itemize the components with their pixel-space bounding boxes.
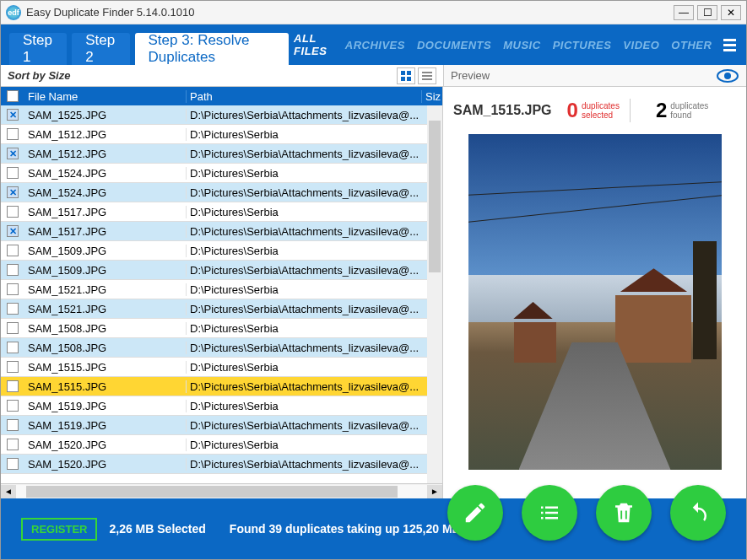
table-row[interactable]: ✕SAM_1524.JPGD:\Pictures\Serbia\Attachme… <box>1 183 442 202</box>
top-navigation: Step 1 Step 2 Step 3: Resolve Duplicates… <box>1 24 746 65</box>
select-all-checkbox[interactable] <box>7 90 19 102</box>
preview-filename: SAM_1515.JPG <box>453 103 552 118</box>
row-checkbox[interactable] <box>7 419 19 431</box>
row-checkbox[interactable] <box>7 245 19 256</box>
filter-archives[interactable]: ARCHIVES <box>345 39 405 51</box>
filter-video[interactable]: VIDEO <box>623 39 659 51</box>
path-cell: D:\Pictures\Serbia <box>187 322 442 335</box>
file-name-cell: SAM_1520.JPG <box>24 439 187 451</box>
tab-step1[interactable]: Step 1 <box>9 33 67 65</box>
table-row[interactable]: ✕SAM_1517.JPGD:\Pictures\Serbia\Attachme… <box>1 222 442 241</box>
path-cell: D:\Pictures\Serbia\Attachments_lizvasile… <box>187 458 442 471</box>
preview-toggle-icon[interactable] <box>716 69 739 83</box>
file-name-cell: SAM_1508.JPG <box>24 322 187 335</box>
filter-all-files[interactable]: ALL FILES <box>294 32 333 57</box>
table-row[interactable]: SAM_1508.JPGD:\Pictures\Serbia\Attachmen… <box>1 338 442 358</box>
table-row[interactable]: SAM_1509.JPGD:\Pictures\Serbia\Attachmen… <box>1 261 442 280</box>
row-checkbox[interactable] <box>7 380 19 392</box>
row-checkbox[interactable] <box>7 128 19 140</box>
path-cell: D:\Pictures\Serbia <box>187 128 442 141</box>
svg-point-8 <box>724 73 731 79</box>
table-row[interactable]: SAM_1520.JPGD:\Pictures\Serbia <box>1 435 442 455</box>
table-row[interactable]: SAM_1517.JPGD:\Pictures\Serbia <box>1 202 442 222</box>
row-checkbox[interactable] <box>7 167 19 179</box>
table-row[interactable]: SAM_1520.JPGD:\Pictures\Serbia\Attachmen… <box>1 455 442 474</box>
vertical-scrollbar[interactable] <box>427 105 442 483</box>
file-name-cell: SAM_1521.JPG <box>24 303 187 315</box>
view-grid-icon[interactable] <box>397 67 415 84</box>
menu-icon[interactable] <box>723 36 736 54</box>
tab-step2[interactable]: Step 2 <box>72 33 129 65</box>
table-row[interactable]: ✕SAM_1512.JPGD:\Pictures\Serbia\Attachme… <box>1 144 442 164</box>
table-row[interactable]: SAM_1521.JPGD:\Pictures\Serbia <box>1 280 442 299</box>
row-checkbox[interactable]: ✕ <box>7 148 19 159</box>
row-checkbox[interactable] <box>7 283 19 295</box>
view-list-icon[interactable] <box>418 67 436 84</box>
row-checkbox[interactable] <box>7 342 19 353</box>
row-checkbox[interactable] <box>7 439 19 450</box>
file-name-cell: SAM_1524.JPG <box>24 167 187 180</box>
path-cell: D:\Pictures\Serbia <box>187 167 442 180</box>
row-checkbox[interactable] <box>7 361 19 373</box>
window-title: Easy Duplicate Finder 5.14.0.1010 <box>26 6 674 19</box>
tab-step3[interactable]: Step 3: Resolve Duplicates <box>135 33 290 65</box>
svg-rect-2 <box>401 77 405 81</box>
table-row[interactable]: SAM_1519.JPGD:\Pictures\Serbia <box>1 396 442 416</box>
close-button[interactable]: ✕ <box>721 5 741 20</box>
row-checkbox[interactable] <box>7 322 19 334</box>
row-checkbox[interactable]: ✕ <box>7 186 19 198</box>
filter-documents[interactable]: DOCUMENTS <box>417 39 491 51</box>
file-name-cell: SAM_1512.JPG <box>24 148 187 160</box>
path-cell: D:\Pictures\Serbia <box>187 206 442 218</box>
table-row[interactable]: SAM_1515.JPGD:\Pictures\Serbia <box>1 358 442 377</box>
file-name-cell: SAM_1517.JPG <box>24 206 187 218</box>
filter-pictures[interactable]: PICTURES <box>553 39 612 51</box>
row-checkbox[interactable] <box>7 264 19 276</box>
row-checkbox[interactable] <box>7 206 19 218</box>
file-name-cell: SAM_1525.JPG <box>24 109 187 121</box>
filter-music[interactable]: MUSIC <box>503 39 540 51</box>
table-row[interactable]: SAM_1519.JPGD:\Pictures\Serbia\Attachmen… <box>1 416 442 435</box>
edit-button[interactable] <box>447 485 503 541</box>
file-name-cell: SAM_1515.JPG <box>24 361 187 374</box>
maximize-button[interactable]: ☐ <box>697 5 717 20</box>
path-cell: D:\Pictures\Serbia <box>187 400 442 412</box>
row-checkbox[interactable] <box>7 303 19 315</box>
minimize-button[interactable]: — <box>674 5 694 20</box>
svg-rect-1 <box>407 71 411 75</box>
scroll-left-icon[interactable]: ◄ <box>1 485 16 498</box>
svg-rect-3 <box>407 77 411 81</box>
column-path[interactable]: Path <box>187 90 422 103</box>
table-row[interactable]: SAM_1512.JPGD:\Pictures\Serbia <box>1 125 442 144</box>
register-button[interactable]: REGISTER <box>21 518 97 541</box>
path-cell: D:\Pictures\Serbia\Attachments_lizvasile… <box>187 148 442 160</box>
filter-other[interactable]: OTHER <box>671 39 712 51</box>
file-name-cell: SAM_1512.JPG <box>24 128 187 141</box>
selected-size-text: 2,26 MB Selected <box>109 522 205 536</box>
path-cell: D:\Pictures\Serbia <box>187 245 442 257</box>
delete-button[interactable] <box>596 485 652 541</box>
undo-button[interactable] <box>670 485 726 541</box>
preview-image <box>468 134 722 470</box>
column-file-name[interactable]: File Name <box>24 90 187 103</box>
scroll-right-icon[interactable]: ► <box>427 485 442 498</box>
footer: REGISTER 2,26 MB Selected Found 39 dupli… <box>1 498 746 559</box>
column-size[interactable]: Siz <box>422 90 442 103</box>
table-row[interactable]: SAM_1508.JPGD:\Pictures\Serbia <box>1 319 442 338</box>
horizontal-scrollbar[interactable]: ◄ ► <box>1 483 442 498</box>
path-cell: D:\Pictures\Serbia <box>187 283 442 296</box>
file-name-cell: SAM_1520.JPG <box>24 458 187 471</box>
path-cell: D:\Pictures\Serbia\Attachments_lizvasile… <box>187 303 442 315</box>
row-checkbox[interactable] <box>7 400 19 412</box>
table-row[interactable]: SAM_1521.JPGD:\Pictures\Serbia\Attachmen… <box>1 299 442 319</box>
row-checkbox[interactable]: ✕ <box>7 225 19 237</box>
list-button[interactable] <box>522 485 577 541</box>
table-row[interactable]: SAM_1524.JPGD:\Pictures\Serbia <box>1 164 442 183</box>
sort-label[interactable]: Sort by Size <box>8 69 70 82</box>
titlebar: edf Easy Duplicate Finder 5.14.0.1010 — … <box>1 1 746 24</box>
table-row[interactable]: SAM_1509.JPGD:\Pictures\Serbia <box>1 241 442 261</box>
row-checkbox[interactable]: ✕ <box>7 109 19 121</box>
row-checkbox[interactable] <box>7 458 19 470</box>
table-row[interactable]: ✕SAM_1525.JPGD:\Pictures\Serbia\Attachme… <box>1 105 442 125</box>
table-row[interactable]: SAM_1515.JPGD:\Pictures\Serbia\Attachmen… <box>1 377 442 396</box>
